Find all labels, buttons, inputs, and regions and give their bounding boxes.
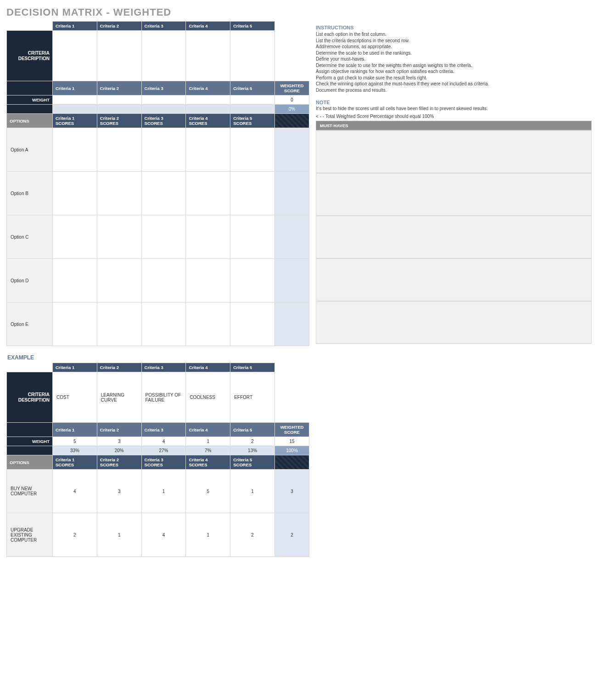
must-have-slot[interactable] <box>316 130 592 173</box>
criteria-description-cell[interactable] <box>230 31 275 81</box>
weight-cell[interactable] <box>97 95 141 105</box>
option-name-cell[interactable]: Option C <box>7 215 53 259</box>
criteria-header: Criteria 3 <box>141 22 186 31</box>
criteria-header: Criteria 3 <box>141 81 186 95</box>
weight-cell[interactable] <box>53 95 97 105</box>
score-cell[interactable] <box>141 259 186 302</box>
weighted-score-cell <box>275 128 309 172</box>
criteria-description-cell[interactable] <box>141 31 186 81</box>
criteria-description-cell[interactable]: COST <box>53 372 97 423</box>
criteria-description-label: CRITERIA DESCRIPTION <box>7 31 53 81</box>
option-name-cell[interactable]: Option B <box>7 172 53 215</box>
score-cell[interactable] <box>186 215 230 259</box>
criteria-description-cell[interactable]: COOLNESS <box>186 372 230 423</box>
score-cell[interactable] <box>186 128 230 172</box>
must-have-slot[interactable] <box>316 216 592 258</box>
weight-cell[interactable]: 2 <box>230 437 275 446</box>
scores-header: Criteria 3 SCORES <box>141 455 186 470</box>
scores-header: Criteria 2 SCORES <box>97 114 141 128</box>
weight-pct-cell <box>53 105 97 114</box>
must-have-slot[interactable] <box>316 173 592 216</box>
score-cell[interactable] <box>230 215 275 259</box>
criteria-description-cell[interactable]: POSSIBILITY OF FAILURE <box>141 372 186 423</box>
score-cell[interactable]: 3 <box>97 470 141 513</box>
score-cell[interactable]: 1 <box>230 470 275 513</box>
instruction-line: List each option in the first column. <box>316 31 592 38</box>
score-cell[interactable] <box>186 259 230 302</box>
score-cell[interactable] <box>97 172 141 215</box>
must-have-slot[interactable] <box>316 301 592 344</box>
weight-total-cell: 0 <box>275 95 309 105</box>
criteria-description-cell[interactable] <box>186 31 230 81</box>
score-cell[interactable] <box>186 172 230 215</box>
weight-label: WEIGHT <box>7 95 53 105</box>
scores-header: Criteria 1 SCORES <box>53 114 97 128</box>
score-cell[interactable] <box>53 259 97 302</box>
weight-cell[interactable] <box>141 95 186 105</box>
instruction-line: Check the winning option against the mus… <box>316 81 592 87</box>
instruction-line: Add/remove columns, as appropriate. <box>316 44 592 50</box>
weight-total-cell: 15 <box>275 437 309 446</box>
score-cell[interactable]: 2 <box>53 513 97 557</box>
weight-cell[interactable]: 4 <box>141 437 186 446</box>
criteria-header: Criteria 2 <box>97 22 141 31</box>
criteria-header: Criteria 5 <box>230 22 275 31</box>
criteria-header: Criteria 3 <box>141 423 186 437</box>
option-name-cell[interactable]: Option E <box>7 302 53 346</box>
score-cell[interactable]: 1 <box>186 513 230 557</box>
weight-cell[interactable] <box>230 95 275 105</box>
weight-cell[interactable]: 3 <box>97 437 141 446</box>
score-cell[interactable] <box>141 215 186 259</box>
criteria-description-cell[interactable] <box>53 31 97 81</box>
weighted-score-cell <box>275 259 309 302</box>
scores-header: Criteria 3 SCORES <box>141 114 186 128</box>
weight-cell[interactable] <box>186 95 230 105</box>
score-cell[interactable]: 4 <box>141 513 186 557</box>
option-name-cell[interactable]: BUY NEW COMPUTER <box>7 470 53 513</box>
score-cell[interactable] <box>53 128 97 172</box>
criteria-header: Criteria 3 <box>141 363 186 372</box>
scores-header: Criteria 2 SCORES <box>97 455 141 470</box>
score-cell[interactable] <box>186 302 230 346</box>
score-cell[interactable] <box>53 302 97 346</box>
weight-cell[interactable]: 5 <box>53 437 97 446</box>
side-column: INSTRUCTIONS List each option in the fir… <box>316 21 592 344</box>
criteria-description-cell[interactable]: EFFORT <box>230 372 275 423</box>
score-cell[interactable] <box>230 259 275 302</box>
weight-pct-cell: 13% <box>230 446 275 455</box>
must-have-slot[interactable] <box>316 258 592 301</box>
score-cell[interactable] <box>53 215 97 259</box>
option-name-cell[interactable]: Option D <box>7 259 53 302</box>
note-heading: NOTE <box>316 100 592 105</box>
score-cell[interactable] <box>53 172 97 215</box>
score-cell[interactable] <box>230 172 275 215</box>
must-haves-header: MUST-HAVES <box>316 121 592 130</box>
score-cell[interactable] <box>230 302 275 346</box>
weighted-score-header: WEIGHTED SCORE <box>275 423 309 437</box>
weight-pct-cell <box>141 105 186 114</box>
weight-cell[interactable]: 1 <box>186 437 230 446</box>
weight-pct-cell: 20% <box>97 446 141 455</box>
score-cell[interactable] <box>141 302 186 346</box>
score-cell[interactable] <box>97 215 141 259</box>
option-name-cell[interactable]: Option A <box>7 128 53 172</box>
weighted-score-cell <box>275 302 309 346</box>
score-cell[interactable] <box>230 128 275 172</box>
score-cell[interactable]: 5 <box>186 470 230 513</box>
score-cell[interactable]: 2 <box>230 513 275 557</box>
criteria-description-cell[interactable] <box>97 31 141 81</box>
score-cell[interactable]: 1 <box>97 513 141 557</box>
option-name-cell[interactable]: UPGRADE EXISTING COMPUTER <box>7 513 53 557</box>
example-matrix-table: Criteria 1 Criteria 2 Criteria 3 Criteri… <box>6 363 309 557</box>
score-cell[interactable] <box>97 128 141 172</box>
weight-pct-cell <box>97 105 141 114</box>
score-cell[interactable] <box>141 128 186 172</box>
criteria-description-cell[interactable]: LEARNING CURVE <box>97 372 141 423</box>
score-cell[interactable] <box>141 172 186 215</box>
score-cell[interactable]: 1 <box>141 470 186 513</box>
score-cell[interactable] <box>97 259 141 302</box>
main-matrix-table: Criteria 1 Criteria 2 Criteria 3 Criteri… <box>6 21 309 346</box>
score-cell[interactable] <box>97 302 141 346</box>
score-cell[interactable]: 4 <box>53 470 97 513</box>
instruction-line: Determine the scale to use for the weigh… <box>316 62 592 69</box>
